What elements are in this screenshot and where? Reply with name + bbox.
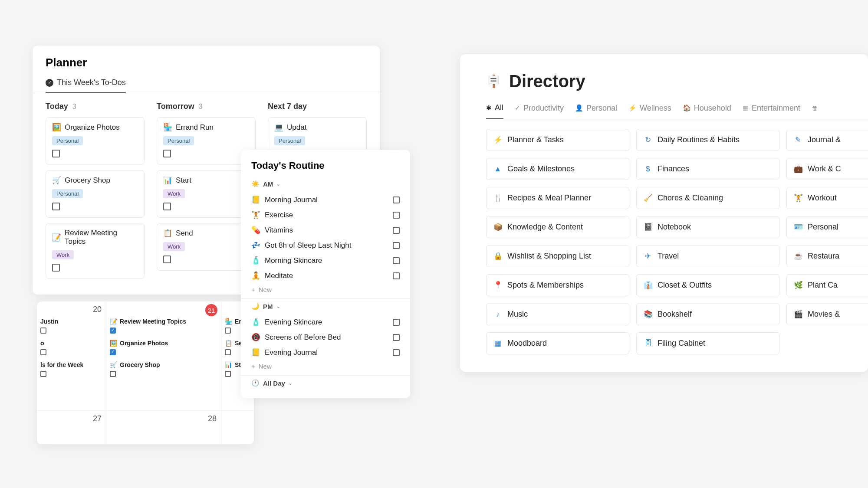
routine-checkbox[interactable] [393, 197, 400, 203]
routine-item[interactable]: 🧴 Evening Skincare [251, 314, 400, 330]
directory-item[interactable]: ▲Goals & Milestones [486, 158, 629, 180]
directory-item[interactable]: 🧹Chores & Cleaning [636, 187, 779, 209]
calendar-cell[interactable] [221, 411, 254, 445]
directory-tab[interactable]: ▦Entertainment [743, 100, 800, 119]
task-tag: Work [163, 189, 185, 198]
item-label: Goals & Milestones [507, 164, 575, 174]
routine-checkbox[interactable] [393, 319, 400, 326]
routine-item[interactable]: 💊 Vitamins [251, 223, 400, 238]
event-checkbox[interactable] [225, 371, 231, 377]
calendar-event[interactable]: 🖼️Organize Photos [110, 340, 217, 347]
directory-tab[interactable]: ✱All [486, 100, 503, 119]
planner-title: Planner [33, 56, 380, 75]
routine-pm-header[interactable]: 🌙 PM ⌄ [241, 300, 410, 313]
routine-item[interactable]: 🧴 Morning Skincare [251, 253, 400, 268]
task-checkbox[interactable] [52, 264, 60, 272]
directory-item[interactable]: 👔Closet & Outfits [636, 274, 779, 296]
directory-item[interactable]: 📚Bookshelf [636, 303, 779, 325]
task-checkbox[interactable] [163, 203, 171, 210]
task-checkbox[interactable] [163, 255, 171, 263]
directory-item[interactable]: ✈Travel [636, 245, 779, 267]
directory-grid: ⚡Planner & Tasks↻Daily Routines & Habits… [486, 129, 868, 354]
routine-checkbox[interactable] [393, 212, 400, 219]
routine-item[interactable]: 📒 Morning Journal [251, 192, 400, 207]
task-checkbox[interactable] [163, 150, 171, 157]
routine-item[interactable]: 📵 Screens off Before Bed [251, 330, 400, 345]
event-label: Justin [40, 318, 58, 325]
directory-tab[interactable]: 🗑 [812, 100, 821, 119]
directory-item[interactable]: 🔒Wishlist & Shopping List [486, 245, 629, 267]
event-checkbox[interactable] [110, 328, 116, 334]
routine-new-pm[interactable]: + New [241, 360, 410, 374]
routine-item[interactable]: 🧘 Meditate [251, 268, 400, 283]
routine-allday-header[interactable]: 🕐 All Day ⌄ [241, 377, 410, 390]
column-count: 3 [199, 103, 203, 111]
calendar-cell[interactable]: 20Justinols for the Week [37, 301, 106, 411]
directory-tab[interactable]: 🏠Household [683, 100, 731, 119]
task-checkbox[interactable] [52, 150, 60, 157]
directory-item[interactable]: ☕Restaura [786, 245, 868, 267]
calendar-event[interactable]: 📝Review Meeting Topics [110, 318, 217, 325]
routine-checkbox[interactable] [393, 334, 400, 341]
routine-am-header[interactable]: ☀️ AM ⌄ [241, 177, 410, 190]
directory-item[interactable]: 🍴Recipes & Meal Planner [486, 187, 629, 209]
directory-tab[interactable]: ⚡Wellness [628, 100, 671, 119]
tab-this-week[interactable]: ✓ This Week's To-Dos [46, 75, 126, 93]
task-emoji-icon: 🖼️ [52, 123, 61, 132]
directory-tab[interactable]: 👤Personal [575, 100, 617, 119]
calendar-event[interactable]: o [40, 340, 102, 347]
event-checkbox[interactable] [40, 371, 46, 377]
event-checkbox[interactable] [40, 349, 46, 355]
directory-item[interactable]: ♪Music [486, 303, 629, 325]
directory-item[interactable]: $Finances [636, 158, 779, 180]
task-card[interactable]: 🖼️ Organize Photos Personal [46, 117, 145, 165]
directory-item[interactable]: 🪪Personal [786, 216, 868, 238]
task-card[interactable]: 🛒 Grocery Shop Personal [46, 170, 145, 218]
event-checkbox[interactable] [225, 349, 231, 355]
event-checkbox[interactable] [40, 328, 46, 334]
item-icon: 🪪 [794, 223, 802, 232]
directory-item[interactable]: 🏋Workout [786, 187, 868, 209]
directory-item[interactable]: ▦Moodboard [486, 332, 629, 354]
directory-item[interactable]: 💼Work & C [786, 158, 868, 180]
calendar-event[interactable]: ls for the Week [40, 361, 102, 368]
item-label: Travel [658, 252, 679, 261]
calendar-cell[interactable]: 21📝Review Meeting Topics🖼️Organize Photo… [106, 301, 221, 411]
routine-checkbox[interactable] [393, 257, 400, 264]
directory-item[interactable]: ⚡Planner & Tasks [486, 129, 629, 151]
directory-item[interactable]: ↻Daily Routines & Habits [636, 129, 779, 151]
column-name: Tomorrow [157, 102, 194, 111]
directory-item[interactable]: ✎Journal & [786, 129, 868, 151]
directory-item[interactable]: 📦Knowledge & Content [486, 216, 629, 238]
routine-checkbox[interactable] [393, 242, 400, 249]
item-label: Music [507, 310, 528, 319]
event-checkbox[interactable] [110, 371, 116, 377]
task-card[interactable]: 📝 Review Meeting Topics Work [46, 223, 145, 279]
directory-item[interactable]: 🎬Movies & [786, 303, 868, 325]
routine-label: Got 8h of Sleep Last Night [265, 241, 351, 250]
calendar-cell[interactable]: 27 [37, 411, 106, 445]
directory-tab[interactable]: ✓Productivity [515, 100, 564, 119]
task-checkbox[interactable] [52, 203, 60, 210]
routine-checkbox[interactable] [393, 227, 400, 234]
routine-checkbox[interactable] [393, 349, 400, 356]
routine-item[interactable]: 🏋️ Exercise [251, 207, 400, 223]
event-checkbox[interactable] [225, 328, 231, 334]
item-label: Plant Ca [808, 281, 838, 290]
item-label: Moodboard [507, 339, 547, 348]
calendar-cell[interactable]: 28 [106, 411, 221, 445]
routine-checkbox[interactable] [393, 272, 400, 279]
calendar-event[interactable]: Justin [40, 318, 102, 325]
directory-item[interactable]: 📓Notebook [636, 216, 779, 238]
tab-label: Productivity [523, 104, 564, 113]
directory-item[interactable]: 🌿Plant Ca [786, 274, 868, 296]
routine-new-am[interactable]: + New [241, 283, 410, 298]
routine-item[interactable]: 📒 Evening Journal [251, 345, 400, 360]
planner-column: Today3 🖼️ Organize Photos Personal 🛒 Gro… [46, 102, 145, 284]
directory-item[interactable]: 🗄Filing Cabinet [636, 332, 779, 354]
event-checkbox[interactable] [110, 349, 116, 355]
routine-item[interactable]: 💤 Got 8h of Sleep Last Night [251, 238, 400, 253]
calendar-event[interactable]: 🛒Grocery Shop [110, 361, 217, 368]
directory-item[interactable]: 📍Spots & Memberships [486, 274, 629, 296]
tab-icon: ✱ [486, 104, 492, 112]
